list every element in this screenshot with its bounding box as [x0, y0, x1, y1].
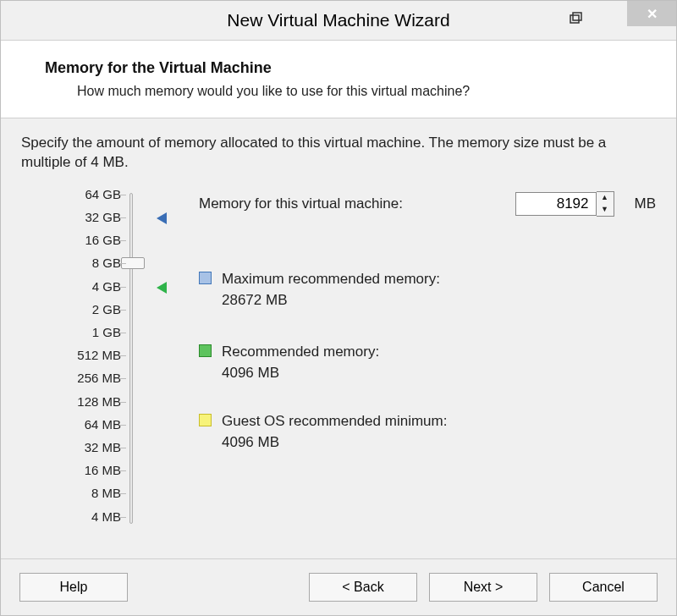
rec-rec-label: Recommended memory: [222, 342, 379, 363]
help-button[interactable]: Help [19, 573, 128, 602]
tick-label: 16 GB [85, 234, 121, 246]
tick-label: 4 MB [91, 510, 121, 523]
tick-label: 1 GB [92, 326, 121, 338]
restore-icon[interactable] [568, 11, 583, 26]
rec-max: Maximum recommended memory: 28672 MB [199, 269, 440, 311]
memory-spinner[interactable]: ▲ ▼ [515, 191, 614, 217]
memory-unit: MB [635, 195, 657, 212]
rec-min: Guest OS recommended minimum: 4096 MB [199, 411, 447, 453]
memory-input[interactable] [515, 192, 597, 216]
tick-mark [119, 402, 126, 403]
tick-mark [119, 310, 126, 311]
back-button[interactable]: < Back [309, 573, 417, 602]
spinner-down-icon[interactable]: ▼ [597, 204, 614, 216]
tick-label: 256 MB [77, 371, 121, 384]
spinner-buttons[interactable]: ▲ ▼ [597, 191, 614, 217]
svg-rect-0 [570, 15, 579, 23]
tick-mark [119, 517, 126, 518]
spinner-up-icon[interactable]: ▲ [597, 192, 614, 204]
instruction-text: Specify the amount of memory allocated t… [21, 134, 656, 173]
square-blue-icon [199, 272, 212, 284]
next-button[interactable]: Next > [429, 573, 537, 602]
tick-mark [119, 470, 126, 471]
tick-mark [119, 378, 126, 379]
memory-input-row: Memory for this virtual machine: ▲ ▼ MB [199, 191, 656, 217]
close-icon: ✕ [647, 6, 658, 22]
tick-label: 32 GB [85, 211, 121, 223]
footer-spacer [140, 573, 297, 602]
rec-min-value: 4096 MB [222, 432, 447, 454]
memory-slider[interactable]: 64 GB32 GB16 GB8 GB4 GB2 GB1 GB512 MB256… [21, 191, 158, 525]
rec-max-value: 28672 MB [222, 290, 440, 311]
tick-mark [119, 217, 126, 218]
memory-config-row: 64 GB32 GB16 GB8 GB4 GB2 GB1 GB512 MB256… [21, 191, 656, 525]
rec-min-label: Guest OS recommended minimum: [222, 411, 447, 432]
rec-rec-value: 4096 MB [222, 363, 379, 384]
tick-label: 128 MB [77, 395, 121, 408]
memory-details: Memory for this virtual machine: ▲ ▼ MB … [158, 191, 656, 525]
tick-label: 4 GB [92, 280, 121, 293]
tick-label: 64 GB [85, 188, 121, 201]
tick-mark [119, 448, 126, 448]
square-green-icon [199, 344, 212, 357]
wizard-footer: Help < Back Next > Cancel [1, 558, 676, 615]
wizard-window: New Virtual Machine Wizard ✕ Memory for … [0, 0, 677, 616]
page-subheading: How much memory would you like to use fo… [77, 84, 659, 99]
tick-mark [119, 287, 126, 288]
tick-mark [119, 333, 126, 333]
memory-input-label: Memory for this virtual machine: [199, 195, 403, 212]
rec-max-label: Maximum recommended memory: [222, 269, 440, 290]
tick-label: 512 MB [77, 349, 121, 361]
tick-mark [119, 195, 126, 195]
titlebar: New Virtual Machine Wizard ✕ [1, 1, 676, 40]
square-yellow-icon [199, 414, 212, 426]
tick-label: 64 MB [85, 418, 121, 431]
tick-label: 2 GB [92, 303, 121, 316]
close-button[interactable]: ✕ [627, 1, 676, 26]
wizard-header: Memory for the Virtual Machine How much … [1, 40, 676, 118]
tick-mark [119, 425, 126, 426]
tick-mark [119, 355, 126, 356]
tick-mark [119, 263, 126, 264]
tick-mark [119, 493, 126, 494]
tick-label: 8 GB [92, 256, 121, 269]
window-title: New Virtual Machine Wizard [227, 10, 449, 30]
cancel-button[interactable]: Cancel [549, 573, 658, 602]
svg-rect-1 [573, 13, 581, 20]
tick-label: 8 MB [91, 487, 121, 499]
tick-label: 16 MB [85, 464, 121, 476]
rec-recommended: Recommended memory: 4096 MB [199, 342, 379, 383]
wizard-body: Specify the amount of memory allocated t… [1, 118, 676, 558]
page-heading: Memory for the Virtual Machine [45, 59, 659, 77]
slider-track [129, 193, 133, 524]
tick-mark [119, 240, 126, 241]
tick-label: 32 MB [85, 441, 121, 454]
